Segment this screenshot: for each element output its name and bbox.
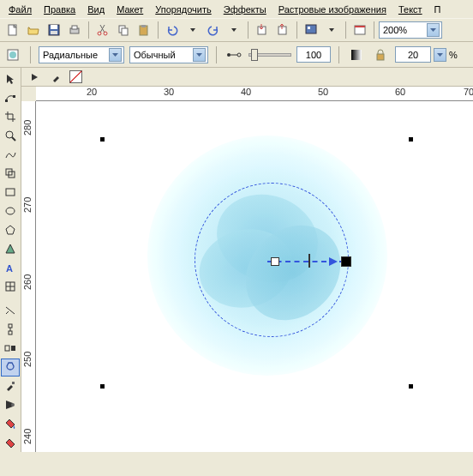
shape-tool[interactable] bbox=[1, 88, 20, 106]
opacity-input[interactable] bbox=[296, 46, 331, 63]
document-nav-bar bbox=[21, 68, 473, 87]
canvas[interactable] bbox=[36, 101, 473, 452]
welcome-icon[interactable] bbox=[350, 21, 369, 39]
standard-toolbar: 200% bbox=[0, 18, 473, 42]
copy-icon[interactable] bbox=[114, 21, 133, 39]
blend-tool[interactable] bbox=[1, 340, 20, 358]
menu-layout[interactable]: Макет bbox=[111, 3, 148, 16]
transparency-end-handle[interactable] bbox=[341, 256, 351, 267]
svg-point-27 bbox=[6, 131, 13, 138]
svg-rect-44 bbox=[12, 382, 15, 384]
new-icon[interactable] bbox=[3, 21, 22, 39]
horizontal-ruler: 20 30 40 50 60 70 bbox=[36, 87, 473, 101]
svg-rect-5 bbox=[72, 26, 77, 29]
menu-more[interactable]: П bbox=[429, 3, 446, 16]
selection-handle[interactable] bbox=[100, 384, 105, 389]
undo-icon[interactable] bbox=[163, 21, 182, 39]
connector-tool[interactable] bbox=[1, 321, 20, 339]
svg-rect-14 bbox=[306, 25, 316, 33]
menu-bitmap[interactable]: Растровые изображения bbox=[273, 3, 392, 16]
edit-fill-icon[interactable] bbox=[3, 45, 22, 64]
svg-rect-15 bbox=[308, 27, 310, 29]
menu-edit[interactable]: Правка bbox=[39, 3, 81, 16]
transparency-midpoint[interactable] bbox=[308, 254, 310, 268]
spinner-icon[interactable] bbox=[434, 48, 446, 62]
menu-text[interactable]: Текст bbox=[393, 3, 428, 16]
svg-rect-11 bbox=[141, 25, 146, 27]
svg-point-45 bbox=[11, 403, 15, 407]
zoom-tool[interactable] bbox=[1, 126, 20, 144]
svg-rect-3 bbox=[51, 31, 57, 34]
svg-rect-39 bbox=[9, 324, 12, 328]
chevron-down-icon bbox=[109, 48, 122, 62]
polygon-tool[interactable] bbox=[1, 220, 20, 238]
lock-icon[interactable] bbox=[371, 45, 390, 64]
svg-text:A: A bbox=[6, 263, 13, 274]
fill-tool[interactable] bbox=[1, 415, 20, 433]
no-fill-swatch[interactable] bbox=[69, 70, 82, 83]
menu-file[interactable]: Файл bbox=[3, 3, 37, 16]
app-list-icon[interactable] bbox=[322, 21, 341, 39]
open-icon[interactable] bbox=[24, 21, 43, 39]
text-tool[interactable]: A bbox=[1, 258, 20, 276]
redo-icon[interactable] bbox=[204, 21, 223, 39]
paste-icon[interactable] bbox=[135, 21, 153, 39]
menubar: Файл Правка Вид Макет Упорядочить Эффект… bbox=[0, 0, 473, 18]
crop-tool[interactable] bbox=[1, 107, 20, 125]
wrap-dropdown[interactable]: Обычный bbox=[129, 46, 208, 63]
selection-handle[interactable] bbox=[409, 384, 413, 389]
interactive-fill-tool[interactable] bbox=[1, 434, 20, 452]
vertical-ruler: 280 270 260 250 240 230 bbox=[21, 101, 36, 452]
freehand-tool[interactable] bbox=[1, 145, 20, 163]
eyedropper-small-icon[interactable] bbox=[47, 68, 66, 87]
svg-point-19 bbox=[9, 51, 16, 58]
fill-type-label: Радиальные bbox=[43, 50, 98, 60]
undo-list-icon[interactable] bbox=[183, 21, 202, 39]
svg-line-28 bbox=[12, 137, 15, 141]
svg-rect-24 bbox=[377, 54, 384, 60]
wrap-label: Обычный bbox=[134, 50, 176, 60]
chevron-down-icon bbox=[427, 23, 440, 37]
pick-tool[interactable] bbox=[1, 69, 20, 87]
import-icon[interactable] bbox=[253, 21, 272, 39]
redo-list-icon[interactable] bbox=[225, 21, 243, 39]
menu-arrange[interactable]: Упорядочить bbox=[150, 3, 216, 16]
zoom-dropdown[interactable]: 200% bbox=[379, 21, 442, 39]
ellipse-tool[interactable] bbox=[1, 202, 20, 220]
toolbox: A bbox=[0, 68, 21, 452]
transparency-start-handle[interactable] bbox=[271, 257, 279, 266]
svg-point-20 bbox=[227, 53, 231, 57]
export-icon[interactable] bbox=[273, 21, 292, 39]
app-launcher-icon[interactable] bbox=[302, 21, 320, 39]
menu-effects[interactable]: Эффекты bbox=[219, 3, 272, 16]
dimension-tool[interactable] bbox=[1, 302, 20, 320]
svg-rect-31 bbox=[6, 189, 15, 196]
svg-rect-25 bbox=[5, 99, 8, 102]
selection-handle[interactable] bbox=[100, 137, 105, 142]
fill-type-dropdown[interactable]: Радиальные bbox=[39, 46, 124, 63]
midpoint-slider[interactable] bbox=[248, 53, 291, 57]
cut-icon[interactable] bbox=[93, 21, 112, 39]
transparency-tool[interactable] bbox=[1, 359, 20, 377]
print-icon[interactable] bbox=[65, 21, 84, 39]
selection-handle[interactable] bbox=[409, 137, 413, 142]
outline-tool[interactable] bbox=[1, 396, 20, 414]
svg-line-38 bbox=[6, 311, 9, 314]
svg-point-22 bbox=[237, 53, 241, 57]
rectangle-tool[interactable] bbox=[1, 183, 20, 201]
fountain-steps-icon[interactable] bbox=[347, 45, 366, 64]
eyedropper-tool[interactable] bbox=[1, 377, 20, 395]
midpoint-icon[interactable] bbox=[225, 45, 243, 64]
play-icon[interactable] bbox=[25, 68, 44, 87]
svg-point-7 bbox=[104, 32, 107, 35]
basic-shapes-tool[interactable] bbox=[1, 239, 20, 257]
table-tool[interactable] bbox=[1, 277, 20, 295]
save-icon[interactable] bbox=[45, 21, 63, 39]
svg-rect-42 bbox=[5, 346, 9, 351]
percent-label: % bbox=[449, 50, 458, 60]
smart-fill-tool[interactable] bbox=[1, 164, 20, 182]
arrow-icon bbox=[329, 257, 338, 266]
menu-view[interactable]: Вид bbox=[82, 3, 110, 16]
edge-input[interactable] bbox=[395, 46, 431, 63]
svg-rect-40 bbox=[9, 331, 12, 334]
